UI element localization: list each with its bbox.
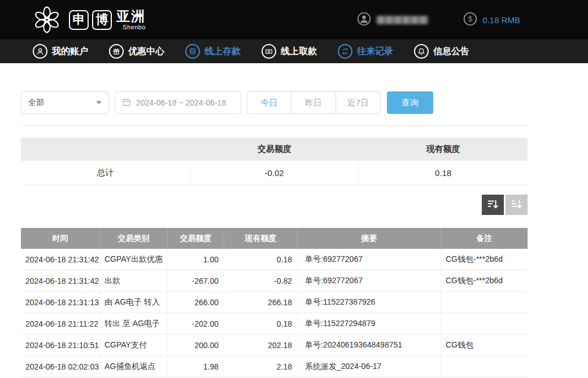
date-range-input[interactable]: 2024-06-18 ~ 2024-06-18 [115,91,241,114]
cell-balance: -0.82 [224,270,298,291]
calendar-icon [122,98,131,108]
nav-item-transaction-records[interactable]: 往来记录 [338,44,393,59]
sort-bar [21,195,528,215]
filter-bar: 全部 2024-06-18 ~ 2024-06-18 今日 昨日 近7日 查询 [21,91,528,114]
cell-time: 2024-06-18 21:31:13 [21,292,100,313]
records-header-row: 时间 交易类别 交易额度 现有额度 摘要 备注 [21,228,528,249]
cell-amount: -267.00 [168,270,224,291]
nav-label: 优惠中心 [128,46,164,58]
logo-flower-icon [33,6,61,34]
cell-amount: 200.00 [168,335,224,355]
cell-balance: 0.18 [224,313,298,334]
col-amount: 交易额度 [168,228,224,249]
col-time: 时间 [21,228,100,249]
table-row: 2024-06-18 21:11:22 转出 至 AG电子 -202.00 0.… [21,313,528,335]
divider [21,125,528,126]
nav-label: 线上存款 [204,46,241,58]
cell-type: CGPAY出款优惠 [100,249,168,270]
user-account-chip[interactable] [357,12,428,28]
quick-range-last7days-button[interactable]: 近7日 [336,91,381,114]
logo-region-text: 亚洲 [116,9,146,23]
cell-note: CG钱包 [441,335,528,355]
cell-balance: 2.18 [224,356,298,377]
summary-col-transaction-amount: 交易额度 [190,144,359,155]
top-header: 申 博 亚洲 Shenbo $ 0.18 RMB [0,0,588,39]
summary-total-current-balance: 0.18 [359,161,528,184]
logo-char-box: 申 [69,10,89,30]
cell-amount: 1.98 [168,356,224,377]
dollar-icon: $ [463,12,477,28]
cell-balance: 266.18 [224,292,298,313]
cell-note [441,356,528,377]
summary-total-label: 总计 [21,161,190,184]
table-row: 2024-06-18 21:10:51 CGPAY支付 200.00 202.1… [21,335,528,356]
table-row: 2024-06-18 02:02:03 AG捕鱼机返点 1.98 2.18 系统… [21,356,528,377]
col-note: 备注 [441,228,528,249]
cell-time: 2024-06-18 02:02:03 [21,356,100,377]
summary-table: 交易额度 现有额度 总计 -0.02 0.18 [21,138,528,185]
gift-icon [109,44,124,59]
balance-chip: $ 0.18 RMB [463,12,520,28]
user-icon [33,44,47,59]
cell-type: 由 AG电子 转入 [100,292,168,313]
cell-balance: 202.18 [224,335,298,355]
cell-time: 2024-06-18 21:31:42 [21,249,100,270]
cell-type: CGPAY支付 [100,335,168,355]
cell-note [441,292,528,313]
nav-label: 信息公告 [433,46,469,58]
announcement-bell-icon [414,44,429,59]
cell-note [441,313,528,334]
nav-item-announcements[interactable]: 信息公告 [414,44,469,59]
nav-item-my-account[interactable]: 我的账户 [33,44,88,59]
svg-text:$: $ [468,15,473,23]
type-filter-select[interactable]: 全部 [21,91,109,114]
cell-type: 转出 至 AG电子 [100,313,168,334]
nav-item-online-deposit[interactable]: 线上存款 [185,44,241,59]
col-type: 交易类别 [100,228,168,249]
summary-total-transaction-amount: -0.02 [190,161,359,184]
nav-item-promotions[interactable]: 优惠中心 [109,44,164,59]
summary-header-row: 交易额度 现有额度 [21,138,528,161]
cell-time: 2024-06-18 21:31:42 [21,270,100,291]
cell-summary: 单号:692772067 [298,249,441,270]
col-balance: 现有额度 [224,228,298,249]
summary-total-row: 总计 -0.02 0.18 [21,161,528,185]
nav-item-online-withdrawal[interactable]: 线上取款 [262,44,317,59]
cell-summary: 单号:202406193648498751 [298,335,441,355]
cell-summary: 系统派发_2024-06-17 [298,356,441,377]
cell-note: CG钱包-***2b6d [441,270,528,291]
cell-type: 出款 [100,270,168,291]
quick-range-group: 今日 昨日 近7日 [247,91,381,114]
table-row: 2024-06-18 21:31:42 CGPAY出款优惠 1.00 0.18 … [21,249,528,270]
cell-balance: 0.18 [224,249,298,270]
cell-note: CG钱包-***2b6d [441,249,528,270]
user-avatar-icon [357,12,371,28]
sort-descending-icon [487,198,499,212]
transfer-records-icon [338,44,352,59]
quick-range-yesterday-button[interactable]: 昨日 [291,91,336,114]
search-button[interactable]: 查询 [387,91,433,114]
content: 全部 2024-06-18 ~ 2024-06-18 今日 昨日 近7日 查询 … [21,91,528,377]
nav-label: 线上取款 [281,46,317,58]
cell-time: 2024-06-18 21:10:51 [21,335,100,355]
sort-ascending-button[interactable] [506,195,528,215]
logo-region: 亚洲 Shenbo [116,9,146,30]
col-summary: 摘要 [298,228,441,249]
table-row: 2024-06-18 21:31:42 出款 -267.00 -0.82 单号:… [21,270,528,292]
sort-ascending-icon [511,198,523,212]
cell-summary: 单号:115227294879 [298,313,441,334]
sort-descending-button[interactable] [482,195,504,215]
cell-time: 2024-06-18 21:11:22 [21,313,100,334]
deposit-icon [185,44,200,59]
logo[interactable]: 申 博 亚洲 Shenbo [33,6,146,34]
chevron-down-icon [96,101,102,104]
main-nav: 我的账户 优惠中心 线上存款 线上取款 [0,39,588,63]
nav-label: 我的账户 [52,46,88,58]
date-range-value: 2024-06-18 ~ 2024-06-18 [136,98,226,107]
cell-summary: 单号:692772067 [298,270,441,291]
cell-amount: 1.00 [168,249,224,270]
logo-subtitle: Shenbo [116,24,146,30]
cell-amount: -202.00 [168,313,224,334]
withdraw-icon [262,44,276,59]
quick-range-today-button[interactable]: 今日 [247,91,291,114]
